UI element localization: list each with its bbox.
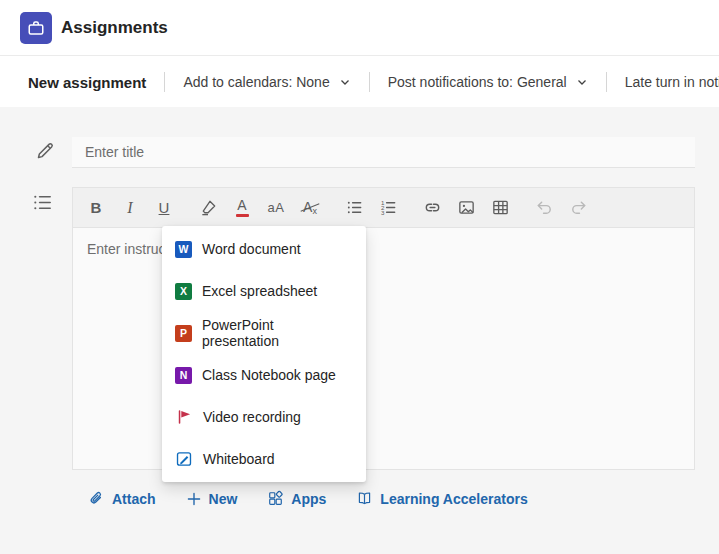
numbered-list-button[interactable]: 1 2 3 <box>371 188 405 228</box>
video-icon <box>175 408 193 426</box>
bullet-list-button[interactable] <box>337 188 371 228</box>
apps-button[interactable]: Apps <box>267 490 326 507</box>
apps-icon <box>267 490 284 507</box>
underline-button[interactable]: U <box>147 188 181 228</box>
undo-icon <box>535 198 554 217</box>
new-assignment-heading: New assignment <box>28 74 146 91</box>
font-color-icon: A <box>236 198 249 217</box>
image-icon <box>457 198 476 217</box>
divider <box>606 72 607 92</box>
chevron-down-icon <box>576 76 588 88</box>
menu-item-whiteboard[interactable]: Whiteboard <box>162 438 366 480</box>
divider <box>164 72 165 92</box>
insert-image-button[interactable] <box>449 188 483 228</box>
add-to-calendars-label: Add to calendars: None <box>183 74 329 90</box>
menu-item-label: PowerPoint presentation <box>202 317 353 349</box>
pencil-icon <box>35 140 56 165</box>
formatting-toolbar: B I U A <box>73 188 694 228</box>
menu-item-class-notebook-page[interactable]: N Class Notebook page <box>162 354 366 396</box>
instructions-list-icon <box>31 191 54 218</box>
bold-button[interactable]: B <box>79 188 113 228</box>
menu-item-video-recording[interactable]: Video recording <box>162 396 366 438</box>
excel-icon: X <box>175 283 192 300</box>
highlighter-icon <box>199 198 218 217</box>
numbered-list-icon: 1 2 3 <box>379 198 398 217</box>
attachment-actions: Attach New Apps <box>88 490 528 507</box>
highlighter-button[interactable] <box>191 188 225 228</box>
new-file-menu: W Word document X Excel spreadsheet P Po… <box>162 226 366 482</box>
table-icon <box>491 198 510 217</box>
italic-button[interactable]: I <box>113 188 147 228</box>
link-icon <box>423 198 442 217</box>
redo-icon <box>569 198 588 217</box>
divider <box>369 72 370 92</box>
plus-icon <box>186 491 202 507</box>
new-button[interactable]: New <box>186 491 238 507</box>
powerpoint-icon: P <box>175 325 192 342</box>
word-icon: W <box>175 241 192 258</box>
command-bar: New assignment Add to calendars: None Po… <box>0 57 719 107</box>
onenote-icon: N <box>175 367 192 384</box>
menu-item-label: Whiteboard <box>203 451 275 467</box>
learning-accelerators-icon <box>356 490 373 507</box>
clear-formatting-button[interactable]: Ax <box>293 188 327 228</box>
menu-item-word-document[interactable]: W Word document <box>162 228 366 270</box>
svg-text:3: 3 <box>380 209 384 216</box>
menu-item-excel-spreadsheet[interactable]: X Excel spreadsheet <box>162 270 366 312</box>
paperclip-icon <box>88 490 105 507</box>
font-color-button[interactable]: A <box>225 188 259 228</box>
post-notifications-dropdown[interactable]: Post notifications to: General <box>388 74 588 90</box>
post-notifications-label: Post notifications to: General <box>388 74 567 90</box>
menu-item-label: Word document <box>202 241 301 257</box>
menu-item-label: Excel spreadsheet <box>202 283 317 299</box>
menu-item-label: Video recording <box>203 409 301 425</box>
insert-table-button[interactable] <box>483 188 517 228</box>
clear-formatting-icon: Ax <box>303 200 317 216</box>
bullet-list-icon <box>345 198 364 217</box>
menu-item-label: Class Notebook page <box>202 367 336 383</box>
add-to-calendars-dropdown[interactable]: Add to calendars: None <box>183 74 350 90</box>
undo-button[interactable] <box>527 188 561 228</box>
assignments-app-icon <box>20 12 52 44</box>
link-button[interactable] <box>415 188 449 228</box>
briefcase-icon <box>27 19 45 37</box>
menu-item-powerpoint-presentation[interactable]: P PowerPoint presentation <box>162 312 366 354</box>
font-size-button[interactable]: aA <box>259 188 293 228</box>
attach-button[interactable]: Attach <box>88 490 156 507</box>
late-turn-in-label[interactable]: Late turn in notific <box>625 74 719 90</box>
app-header: Assignments <box>0 0 719 56</box>
whiteboard-icon <box>175 450 193 468</box>
assignments-app: Assignments New assignment Add to calend… <box>0 0 719 554</box>
title-input[interactable] <box>72 137 695 168</box>
redo-button[interactable] <box>561 188 595 228</box>
page-title: Assignments <box>61 18 168 38</box>
chevron-down-icon <box>339 76 351 88</box>
learning-accelerators-button[interactable]: Learning Accelerators <box>356 490 527 507</box>
